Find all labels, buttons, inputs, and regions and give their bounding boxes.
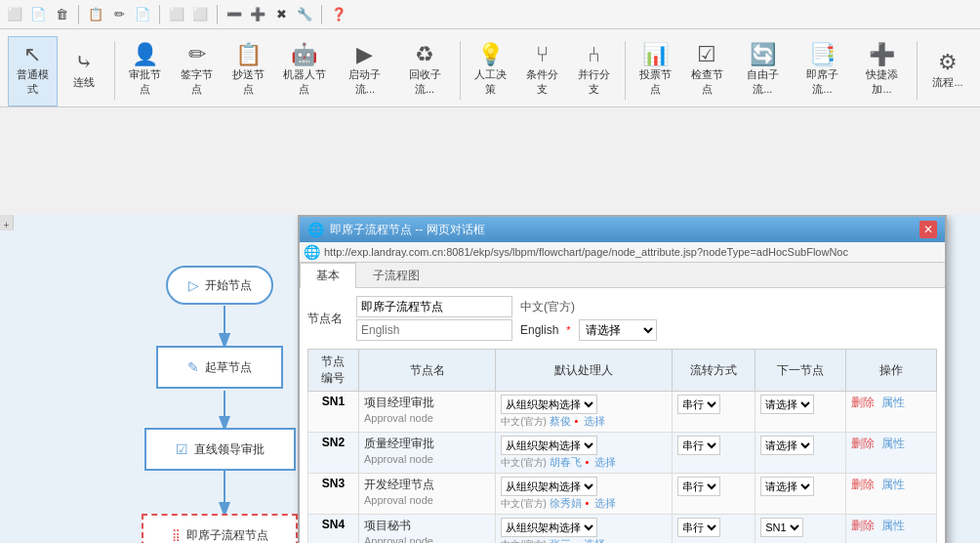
robot-node-label: 机器人节点 [280, 67, 330, 97]
ribbon-robot-node[interactable]: 🤖 机器人节点 [275, 36, 335, 106]
recycle-flow-icon: ♻ [415, 44, 434, 65]
vote-node-icon: 📊 [642, 44, 669, 65]
toolbar-sep3 [217, 5, 218, 24]
toolbar-open[interactable]: 📄 [27, 4, 49, 25]
tab-subflow[interactable]: 子流程图 [356, 263, 436, 288]
required-star: * [566, 324, 570, 336]
lang-select[interactable]: 请选择 [579, 319, 657, 341]
cell-nodename: 项目经理审批Approval node [358, 392, 495, 433]
toolbar-cross[interactable]: ✖ [270, 4, 292, 25]
draft-node[interactable]: ✎ 起草节点 [156, 346, 283, 389]
toolbar-box2[interactable]: ⬜ [189, 4, 211, 25]
delete-btn[interactable]: 删除 [851, 519, 875, 532]
node-name-en-input[interactable] [356, 319, 512, 341]
ribbon-flow-more[interactable]: ⚙ 流程... [923, 36, 972, 106]
prop-btn[interactable]: 属性 [881, 396, 905, 409]
cell-next: 请选择 [755, 392, 846, 433]
ribbon-copy-node[interactable]: 📋 抄送节点 [224, 36, 273, 106]
toolbar-edit[interactable]: ✏ [108, 4, 130, 25]
canvas-add-btn[interactable]: + [1, 219, 13, 230]
handler-org-select[interactable]: 从组织架构选择 [501, 395, 597, 414]
handler-name[interactable]: 张三 [550, 538, 571, 543]
direct-node[interactable]: ☑ 直线领导审批 [144, 428, 296, 471]
delete-btn[interactable]: 删除 [851, 396, 875, 409]
ribbon-parallel-branch[interactable]: ⑃ 并行分支 [569, 36, 619, 106]
handler-org-select[interactable]: 从组织架构选择 [501, 436, 597, 455]
next-node-select[interactable]: 请选择 [760, 436, 814, 455]
cell-handler: 从组织架构选择中文(官方) 胡春飞 • 选择 [496, 433, 672, 474]
handler-lang-label: 中文(官方) [501, 457, 547, 468]
handler-name[interactable]: 蔡俊 [550, 415, 571, 427]
parallel-branch-label: 并行分支 [574, 67, 614, 97]
ribbon-quick-add[interactable]: ➕ 快捷添加... [853, 36, 911, 106]
start-node[interactable]: ▷ 开始节点 [166, 266, 273, 305]
mode-select[interactable]: 串行 [677, 477, 720, 496]
ribbon-check-node[interactable]: ☑ 检查节点 [682, 36, 732, 106]
ribbon-connect[interactable]: ⤷ 连线 [60, 36, 108, 106]
recycle-flow-label: 回收子流... [400, 67, 448, 97]
toolbar-plus[interactable]: ➕ [247, 4, 268, 25]
ribbon-normal-mode[interactable]: ↖ 普通模式 [8, 36, 58, 106]
toolbar-copy[interactable]: 📋 [85, 4, 106, 25]
instant-sub-label: 即席子流... [798, 67, 846, 97]
handler-select-btn[interactable]: 选择 [594, 456, 616, 468]
ribbon-ai-decision[interactable]: 💡 人工决策 [467, 36, 516, 106]
toolbar-sep2 [159, 5, 160, 24]
tab-basic[interactable]: 基本 [300, 263, 356, 288]
toolbar-new[interactable]: ⬜ [4, 4, 25, 25]
parallel-branch-icon: ⑃ [588, 44, 600, 65]
next-node-select[interactable]: SN1 [760, 518, 803, 537]
ribbon-sign-node[interactable]: ✏ 签字节点 [172, 36, 222, 106]
handler-select-btn[interactable]: 选择 [584, 415, 605, 427]
toolbar-gear[interactable]: 🔧 [294, 4, 315, 25]
cell-name-zh: 质量经理审批 [364, 436, 490, 452]
condition-branch-label: 条件分支 [522, 67, 562, 97]
ribbon-vote-node[interactable]: 📊 投票节点 [631, 36, 680, 106]
mode-select[interactable]: 串行 [677, 518, 720, 537]
delete-btn[interactable]: 删除 [851, 437, 875, 450]
start-icon: ▷ [188, 277, 199, 293]
table-row: SN3开发经理节点Approval node从组织架构选择中文(官方) 徐秀娟 … [308, 474, 937, 515]
dialog-close-button[interactable]: ✕ [919, 221, 937, 238]
handler-org-select[interactable]: 从组织架构选择 [501, 477, 597, 496]
mode-select[interactable]: 串行 [677, 436, 720, 455]
ribbon-instant-sub[interactable]: 📑 即席子流... [794, 36, 851, 106]
cell-next: 请选择 [755, 474, 846, 515]
ribbon-start-flow[interactable]: ▶ 启动子流... [336, 36, 393, 106]
dialog-addressbar: 🌐 http://exp.landray.com.cn:8081/ekp/sys… [300, 242, 945, 263]
handler-name[interactable]: 胡春飞 [550, 456, 582, 468]
table-row: SN4项目秘书Approval node从组织架构选择中文(官方) 张三 • 选… [308, 515, 937, 544]
copy-node-icon: 📋 [235, 44, 262, 65]
toolbar-box1[interactable]: ⬜ [166, 4, 187, 25]
cell-action: 删除 属性 [845, 433, 936, 474]
ribbon-recycle-flow[interactable]: ♻ 回收子流... [395, 36, 453, 106]
start-node-label: 开始节点 [205, 277, 252, 294]
mode-select[interactable]: 串行 [677, 395, 720, 414]
sub-node-icon: ⣿ [172, 528, 181, 542]
prop-btn[interactable]: 属性 [881, 478, 905, 491]
ribbon-approve-node[interactable]: 👤 审批节点 [121, 36, 171, 106]
handler-name[interactable]: 徐秀娟 [550, 497, 582, 509]
table-row: SN2质量经理审批Approval node从组织架构选择中文(官方) 胡春飞 … [308, 433, 937, 474]
delete-btn[interactable]: 删除 [851, 478, 875, 491]
next-node-select[interactable]: 请选择 [760, 477, 814, 496]
prop-btn[interactable]: 属性 [881, 519, 905, 532]
toolbar-minus[interactable]: ➖ [224, 4, 245, 25]
toolbar-delete[interactable]: 🗑 [51, 4, 72, 25]
toolbar-help[interactable]: ❓ [328, 4, 349, 25]
ribbon-free-flow[interactable]: 🔄 自由子流... [734, 36, 792, 106]
handler-select-btn[interactable]: 选择 [584, 538, 605, 543]
node-name-zh-input[interactable] [356, 296, 512, 317]
sub-flow-node[interactable]: ⣿ 即席子流程节点 [142, 514, 298, 543]
ribbon-condition-branch[interactable]: ⑂ 条件分支 [517, 36, 567, 106]
th-sn: 节点编号 [308, 350, 359, 392]
next-node-select[interactable]: 请选择 [760, 395, 814, 414]
sign-node-icon: ✏ [188, 44, 206, 65]
prop-btn[interactable]: 属性 [881, 437, 905, 450]
th-action: 操作 [845, 350, 936, 392]
handler-org-select[interactable]: 从组织架构选择 [501, 518, 597, 537]
check-node-label: 检查节点 [687, 67, 727, 97]
cell-handler: 从组织架构选择中文(官方) 张三 • 选择 [496, 515, 672, 544]
handler-select-btn[interactable]: 选择 [594, 497, 616, 509]
toolbar-doc[interactable]: 📄 [132, 4, 153, 25]
